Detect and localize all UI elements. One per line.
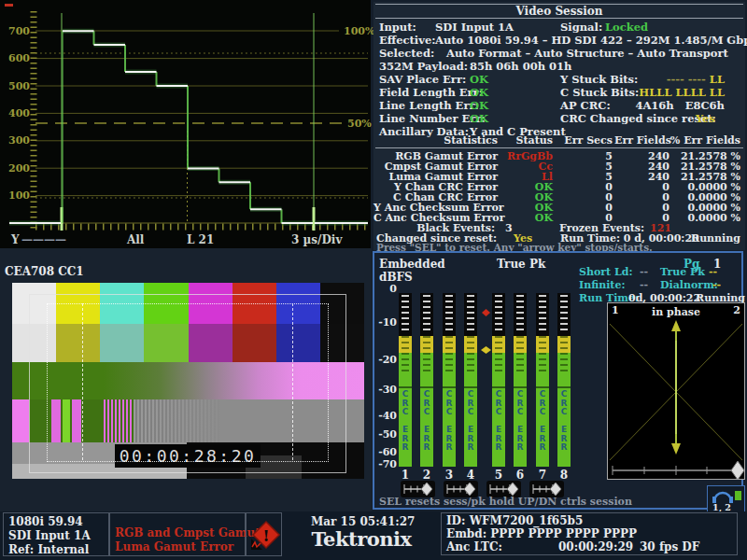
stats-header-row: Statistics Status Err Secs Err Fields % … [374,134,745,145]
dbfs-scale-label: -20 [376,354,397,366]
running-state: Running [691,232,740,245]
video-session-tile[interactable]: Video Session Input: SDI Input 1A Signal… [374,2,745,250]
audio-meter-bar-3: C R C E R R [443,293,456,467]
audio-meter-type: True Pk [497,258,545,271]
audio-hint: SEL resets sess/pk hold UP/DN ctrls sess… [379,496,632,508]
picture-tile[interactable]: CEA708 CC1 00:00:28:20 [0,248,372,511]
short-ld-value: -- [640,266,648,278]
stats-row: RGB Gamut ErrorRrGgBb524021.2578 % [374,150,745,161]
signal-label: Signal: [560,21,602,34]
phase-graticule [608,303,744,479]
wfm-scale-400: 400 [4,107,30,119]
audio-meter-bar-7: C R C E R R [536,293,549,467]
crc-changed-value: Yes [696,112,715,125]
dialnorm-label: Dialnorm: [660,279,718,291]
effective-value: Auto 1080i 59.94 – HD SDI 422 – 292M 1.4… [435,34,747,47]
stats-row: Cmpst Gamut ErrorCc524021.2578 % [374,161,745,171]
selected-label: Selected: [379,47,434,60]
stats-row: Y Anc Checksum ErrorOK000.0000 % [374,202,745,212]
aspect-marker-right [292,303,293,460]
channel-number: 5 [489,469,508,482]
trace-style-dashes: ———— [21,233,66,246]
audio-meter-bar-2: C R C E R R [420,293,433,467]
dbfs-scale-label: -70 [376,458,397,470]
channel-number: 3 [440,469,458,482]
peak-program-marker [482,309,490,316]
field-length-value: OK [470,86,488,99]
payload-value: 85h 06h 00h 01h [470,60,571,73]
wfm-scale-500: 500 [4,80,30,92]
dialnorm-value: -- [712,279,721,291]
id-box: ID: WFM7200_1f65b5 Embd: PPPP PPPP PPPP … [441,512,738,555]
warning-icon: ! [249,519,281,554]
wfm-scale-600: 600 [4,52,30,64]
wfm-marker-50pct: 50% [347,118,372,130]
title-rule-bottom [375,18,743,19]
alarm-box: RGB and Cmpst Gamut Luma Gamut Error [109,512,246,556]
input-label: Input: [379,21,416,34]
bar-overlay-text: C R C E R R [514,390,527,453]
burst-pink-block [12,399,29,442]
bar-overlay-text: C R C E R R [464,390,477,453]
bar-overlay-text: C R C E R R [420,390,433,453]
line-length-label: Line Length Err: [379,99,479,112]
stats-row: C Anc Checksum ErrorOK000.0000 % [374,212,745,222]
channel-number: 6 [511,469,529,482]
field-length-label: Field Length Err: [379,86,483,99]
effective-label: Effective: [379,34,435,47]
svg-text:!: ! [262,526,269,545]
audio-meter-bar-5: C R C E R R [492,293,505,467]
input-status-box: 1080i 59.94 SDI Input 1A Ref: Internal [3,512,109,556]
wfm-marker-100pct: 100% [344,25,374,37]
channel-number: 4 [461,469,480,482]
dbfs-scale-label: -40 [376,410,397,422]
headphone-monitor[interactable]: 1, 2 [707,485,745,514]
wfm-scale-200: 200 [4,162,30,175]
audio-tile[interactable]: Embedded True Pk Pg 1 dBFS Short Ld: -- … [373,251,743,510]
signal-value: Locked [605,21,648,34]
status-bar: 1080i 59.94 SDI Input 1A Ref: Internal R… [0,511,747,560]
short-ld-label: Short Ld: [579,266,632,278]
audio-source: Embedded [379,258,445,271]
trace-label: Y [11,233,20,246]
anc-ltc-label: Anc LTC: [446,540,502,553]
audio-meter-bar-8: C R C E R R [557,293,571,467]
video-session-title: Video Session [374,5,745,18]
line-number-value: OK [470,112,488,125]
selected-value: Auto Format – Auto Structure – Auto Tran… [446,47,728,60]
status-reference: Ref: Internal [8,543,89,556]
sweep-field: All [127,233,144,246]
dbfs-scale-label: -30 [376,384,397,396]
bar-overlay-text: C R C E R R [557,390,571,453]
safe-title-marker [47,303,329,462]
c-stuck-value: HLLL LLLL LL [639,86,725,99]
dbfs-scale-label: -50 [376,428,397,441]
frame-rate: 30 fps DF [640,540,699,553]
audio-unit: dBFS [379,271,413,284]
bar-overlay-text: C R C E R R [536,390,549,453]
true-pk-label: True Pk [660,266,705,278]
tektronix-logo: Tektronix [308,527,415,551]
status-format: 1080i 59.94 [8,515,83,528]
closed-caption-badge: CEA708 CC1 [5,265,84,278]
stats-row: Y Chan CRC ErrorOK000.0000 % [374,181,745,191]
ap-crc-label: AP CRC: [560,99,611,112]
ap-crc-value: 4A16h E8C6h [635,99,725,112]
lissajous-display: 1 2 in phase [607,302,745,480]
line-length-value: OK [470,99,488,112]
sav-place-value: OK [470,73,488,86]
wfm-scale-700: 700 [4,25,30,37]
anc-ltc-value: 00:00:29:29 [558,540,633,553]
wfm-scale-100: 100 [4,189,30,202]
c-stuck-label: C Stuck Bits: [560,86,639,99]
channel-number: 8 [555,469,573,482]
wfm-scale-300: 300 [4,134,30,147]
instrument-id: ID: WFM7200_1f65b5 [446,514,583,527]
infinite-label: Infinite: [579,279,625,291]
audio-meter-bar-6: C R C E R R [514,293,527,467]
payload-label: 352M Payload: [379,60,468,73]
stats-row: Luma Gamut ErrorLl524021.2578 % [374,171,745,181]
input-value: SDI Input 1A [435,21,514,34]
waveform-readout-row: Y ———— All L 21 3 µs/Div [0,232,371,248]
waveform-tile[interactable]: 700 600 500 400 300 200 100 100% 50% Y —… [0,0,371,248]
